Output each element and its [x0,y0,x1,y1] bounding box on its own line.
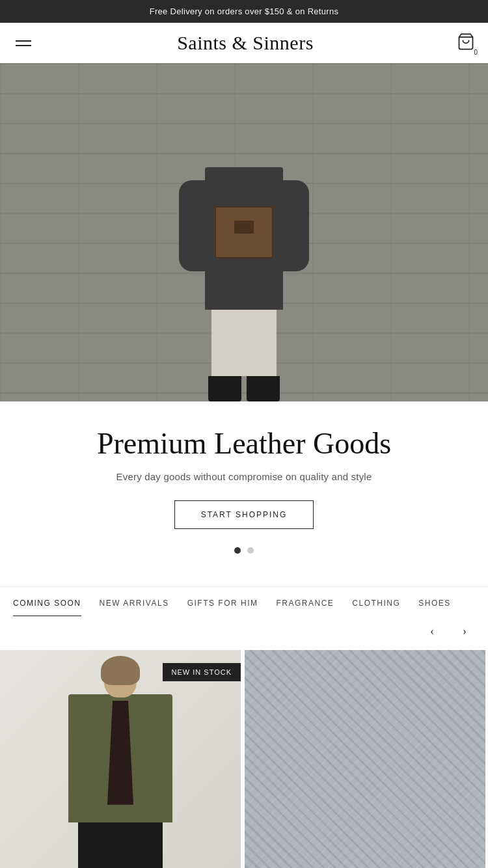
product-grid: NEW IN STOCK [0,650,488,868]
hero-title: Premium Leather Goods [20,427,468,461]
cart-icon[interactable]: 0 [457,33,475,53]
person-body [205,167,283,310]
product-badge-1: NEW IN STOCK [163,663,241,681]
product-card-1[interactable]: NEW IN STOCK [0,650,241,868]
knit-pattern [245,650,485,868]
category-gifts-for-him[interactable]: GIFTS FOR HIM [187,599,258,616]
woman-jacket [68,694,172,822]
person-boots [208,376,280,401]
person-leg-right [247,310,277,376]
bag-svg [457,33,475,51]
person-boot-left [208,376,241,401]
banner-text: Free Delivery on orders over $150 & on R… [150,7,339,16]
top-banner: Free Delivery on orders over $150 & on R… [0,0,488,23]
woman-jacket-inner [107,701,133,805]
category-coming-soon[interactable]: COMING SOON [13,599,81,616]
carousel-dots [20,547,468,554]
category-clothing[interactable]: CLOTHING [352,599,400,616]
category-nav: COMING SOON NEW ARRIVALS GIFTS FOR HIM F… [0,586,488,616]
hero-subtitle: Every day goods without compromise on qu… [20,471,468,482]
next-arrow[interactable]: › [454,621,475,642]
product-image-2 [245,650,485,868]
person-bag [215,206,273,258]
woman-head [104,659,137,698]
dot-1[interactable] [234,547,241,554]
woman-skirt [78,822,163,868]
person-leg-left [211,310,241,376]
woman-figure [55,659,185,868]
person-boot-right [247,376,280,401]
hero-text-section: Premium Leather Goods Every day goods wi… [0,401,488,586]
category-shoes[interactable]: SHOES [418,599,451,616]
start-shopping-button[interactable]: START SHOPPING [174,500,314,529]
hamburger-line-2 [16,45,31,46]
person-legs [211,310,277,376]
cart-count: 0 [474,49,478,56]
prev-arrow[interactable]: ‹ [422,621,442,642]
category-new-arrivals[interactable]: NEW ARRIVALS [100,599,169,616]
product-image-1 [0,650,241,868]
header: Saints & Sinners 0 [0,23,488,63]
hero-image [0,63,488,401]
product-card-2[interactable] [245,650,485,868]
dot-2[interactable] [247,547,254,554]
hamburger-menu[interactable] [13,38,34,49]
hamburger-line-1 [16,40,31,42]
hero-person [166,102,322,401]
category-fragrance[interactable]: FRAGRANCE [276,599,334,616]
nav-arrows: ‹ › [0,616,488,650]
woman-hair [101,656,140,685]
site-logo[interactable]: Saints & Sinners [34,32,457,54]
